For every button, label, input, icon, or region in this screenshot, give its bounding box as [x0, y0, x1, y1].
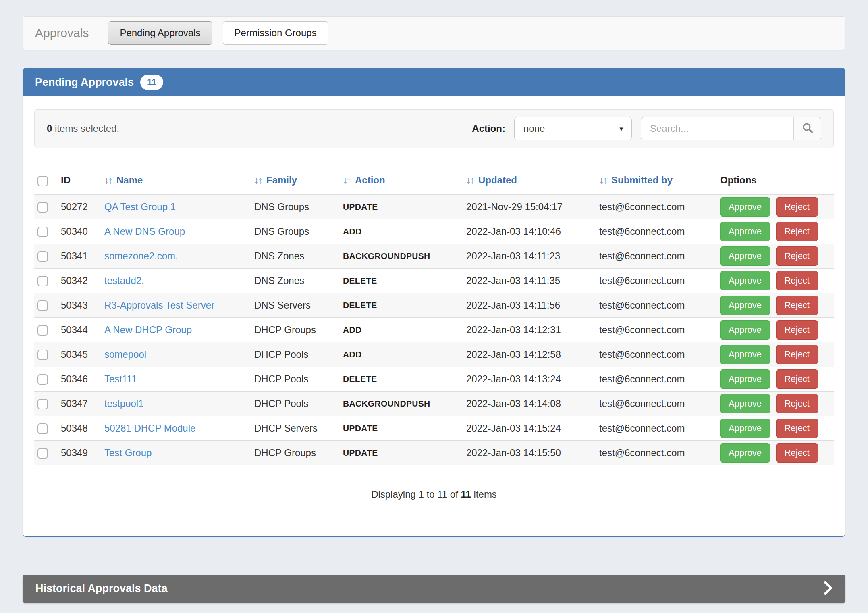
row-checkbox[interactable] — [37, 227, 48, 237]
row-name-link[interactable]: somezone2.com. — [104, 250, 178, 261]
approve-button[interactable]: Approve — [720, 222, 770, 241]
pagination-suffix: items — [474, 489, 497, 500]
row-updated: 2022-Jan-03 14:12:58 — [463, 342, 596, 367]
row-name-link[interactable]: somepool — [104, 349, 146, 360]
approve-button[interactable]: Approve — [720, 443, 770, 463]
row-name-link[interactable]: Test Group — [104, 447, 152, 458]
column-header-name[interactable]: ↓↑Name — [101, 170, 251, 194]
row-id: 50341 — [58, 244, 101, 268]
table-row: 50347 testpool1 DHCP Pools BACKGROUNDPUS… — [34, 391, 834, 416]
column-header-updated[interactable]: ↓↑Updated — [463, 170, 596, 194]
row-action: BACKGROUNDPUSH — [340, 391, 463, 416]
row-submitted-by: test@6connect.com — [596, 219, 717, 244]
row-checkbox[interactable] — [37, 399, 48, 409]
approve-button[interactable]: Approve — [720, 271, 770, 290]
approve-button[interactable]: Approve — [720, 246, 770, 266]
approve-button[interactable]: Approve — [720, 296, 770, 315]
approve-button[interactable]: Approve — [720, 345, 770, 364]
column-label: Submitted by — [611, 175, 673, 186]
panel-header: Pending Approvals 11 — [23, 68, 845, 96]
row-family: DHCP Groups — [251, 440, 340, 465]
reject-button[interactable]: Reject — [776, 345, 818, 364]
checkbox-cell — [34, 244, 58, 268]
reject-button[interactable]: Reject — [776, 296, 818, 315]
row-submitted-by: test@6connect.com — [596, 317, 717, 342]
name-cell: testpool1 — [101, 391, 251, 416]
column-label: Family — [266, 175, 297, 186]
approvals-table: ID↓↑Name↓↑Family↓↑Action↓↑Updated↓↑Submi… — [34, 170, 834, 465]
reject-button[interactable]: Reject — [776, 443, 818, 463]
reject-button[interactable]: Reject — [776, 320, 818, 340]
table-row: 50344 A New DHCP Group DHCP Groups ADD 2… — [34, 317, 834, 342]
row-checkbox[interactable] — [37, 448, 48, 459]
row-name-link[interactable]: 50281 DHCP Module — [104, 423, 195, 434]
row-family: DHCP Pools — [251, 391, 340, 416]
options-cell: Approve Reject — [717, 293, 834, 317]
reject-button[interactable]: Reject — [776, 369, 818, 389]
reject-button[interactable]: Reject — [776, 222, 818, 241]
row-checkbox[interactable] — [37, 300, 48, 311]
row-updated: 2022-Jan-03 14:12:31 — [463, 317, 596, 342]
approve-button[interactable]: Approve — [720, 369, 770, 389]
row-family: DNS Groups — [251, 194, 340, 219]
row-checkbox[interactable] — [37, 350, 48, 360]
row-id: 50343 — [58, 293, 101, 317]
row-updated: 2022-Jan-03 14:11:23 — [463, 244, 596, 268]
row-name-link[interactable]: Test111 — [104, 373, 137, 384]
checkbox-cell — [34, 219, 58, 244]
checkbox-cell — [34, 342, 58, 367]
column-header-action[interactable]: ↓↑Action — [340, 170, 463, 194]
approve-button[interactable]: Approve — [720, 320, 770, 340]
row-name-link[interactable]: R3-Approvals Test Server — [104, 300, 214, 311]
options-cell: Approve Reject — [717, 194, 834, 219]
column-header-family[interactable]: ↓↑Family — [251, 170, 340, 194]
approve-button[interactable]: Approve — [720, 419, 770, 438]
row-action: DELETE — [340, 293, 463, 317]
row-action: UPDATE — [340, 440, 463, 465]
action-dropdown[interactable]: none ▼ — [514, 117, 632, 140]
row-family: DNS Zones — [251, 268, 340, 293]
row-name-link[interactable]: testadd2. — [104, 275, 144, 286]
row-id: 50340 — [58, 219, 101, 244]
row-checkbox[interactable] — [37, 276, 48, 286]
row-name-link[interactable]: QA Test Group 1 — [104, 201, 176, 212]
row-name-link[interactable]: testpool1 — [104, 398, 143, 409]
reject-button[interactable]: Reject — [776, 197, 818, 217]
reject-button[interactable]: Reject — [776, 419, 818, 438]
row-submitted-by: test@6connect.com — [596, 391, 717, 416]
historical-approvals-bar[interactable]: Historical Approvals Data — [23, 575, 845, 603]
reject-button[interactable]: Reject — [776, 271, 818, 290]
row-submitted-by: test@6connect.com — [596, 293, 717, 317]
row-checkbox[interactable] — [37, 374, 48, 385]
tab-pending-approvals[interactable]: Pending Approvals — [108, 21, 212, 45]
row-updated: 2022-Jan-03 14:13:24 — [463, 367, 596, 391]
chevron-right-icon — [824, 581, 833, 596]
approve-button[interactable]: Approve — [720, 197, 770, 217]
column-label: Action — [355, 175, 385, 186]
row-checkbox[interactable] — [37, 325, 48, 336]
column-header-submitted_by[interactable]: ↓↑Submitted by — [596, 170, 717, 194]
panel-title: Pending Approvals — [35, 76, 134, 89]
reject-button[interactable]: Reject — [776, 394, 818, 413]
search-button[interactable] — [793, 117, 821, 140]
row-checkbox[interactable] — [37, 423, 48, 434]
row-submitted-by: test@6connect.com — [596, 342, 717, 367]
options-cell: Approve Reject — [717, 317, 834, 342]
approve-button[interactable]: Approve — [720, 394, 770, 413]
name-cell: R3-Approvals Test Server — [101, 293, 251, 317]
options-cell: Approve Reject — [717, 440, 834, 465]
pagination-count: 11 — [461, 489, 471, 500]
reject-button[interactable]: Reject — [776, 246, 818, 266]
column-label: Options — [720, 175, 757, 186]
row-name-link[interactable]: A New DNS Group — [104, 226, 185, 237]
select-all-checkbox[interactable] — [37, 176, 48, 186]
row-checkbox[interactable] — [37, 251, 48, 262]
search-input[interactable] — [641, 117, 793, 140]
row-name-link[interactable]: A New DHCP Group — [104, 324, 192, 335]
search-icon — [802, 122, 814, 136]
options-cell: Approve Reject — [717, 416, 834, 440]
tab-permission-groups[interactable]: Permission Groups — [223, 21, 328, 45]
row-checkbox[interactable] — [37, 202, 48, 213]
checkbox-cell — [34, 293, 58, 317]
column-label: Name — [116, 175, 143, 186]
